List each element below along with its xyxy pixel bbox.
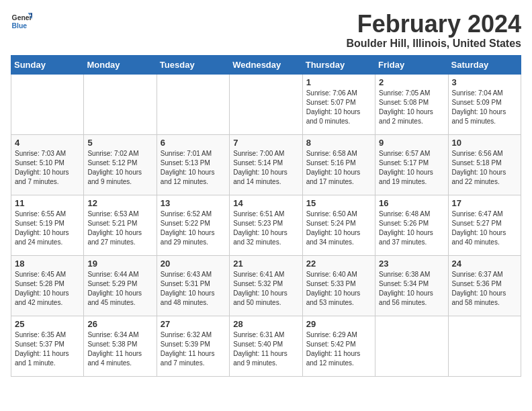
logo: General Blue [11, 11, 32, 32]
calendar-cell: 27Sunrise: 6:32 AM Sunset: 5:39 PM Dayli… [157, 316, 229, 376]
calendar-cell: 25Sunrise: 6:35 AM Sunset: 5:37 PM Dayli… [11, 316, 84, 376]
page-header: General Blue February 2024 Boulder Hill,… [11, 11, 521, 50]
day-info: Sunrise: 6:58 AM Sunset: 5:16 PM Dayligh… [306, 149, 371, 187]
col-wednesday: Wednesday [230, 55, 302, 74]
calendar-cell [448, 316, 521, 376]
calendar-cell [157, 74, 229, 134]
day-number: 1 [306, 77, 371, 87]
day-info: Sunrise: 6:53 AM Sunset: 5:21 PM Dayligh… [87, 210, 152, 247]
day-info: Sunrise: 6:34 AM Sunset: 5:38 PM Dayligh… [87, 330, 152, 368]
calendar-subtitle: Boulder Hill, Illinois, United States [347, 38, 521, 50]
calendar-week-5: 25Sunrise: 6:35 AM Sunset: 5:37 PM Dayli… [11, 316, 521, 376]
col-monday: Monday [84, 55, 157, 74]
day-info: Sunrise: 6:32 AM Sunset: 5:39 PM Dayligh… [161, 330, 226, 368]
calendar-cell: 15Sunrise: 6:50 AM Sunset: 5:24 PM Dayli… [302, 195, 375, 255]
svg-text:General: General [12, 14, 32, 21]
day-number: 3 [452, 77, 517, 87]
day-info: Sunrise: 6:47 AM Sunset: 5:27 PM Dayligh… [452, 210, 517, 247]
calendar-cell: 22Sunrise: 6:40 AM Sunset: 5:33 PM Dayli… [302, 255, 375, 316]
col-sunday: Sunday [11, 55, 84, 74]
day-number: 9 [379, 138, 444, 148]
day-info: Sunrise: 7:01 AM Sunset: 5:13 PM Dayligh… [161, 149, 226, 187]
day-info: Sunrise: 7:03 AM Sunset: 5:10 PM Dayligh… [15, 149, 80, 187]
calendar-week-4: 18Sunrise: 6:45 AM Sunset: 5:28 PM Dayli… [11, 255, 521, 316]
calendar-cell: 26Sunrise: 6:34 AM Sunset: 5:38 PM Dayli… [84, 316, 157, 376]
calendar-cell: 14Sunrise: 6:51 AM Sunset: 5:23 PM Dayli… [230, 195, 302, 255]
day-number: 15 [306, 198, 371, 208]
day-number: 17 [452, 198, 517, 208]
calendar-cell: 4Sunrise: 7:03 AM Sunset: 5:10 PM Daylig… [11, 134, 84, 195]
day-info: Sunrise: 6:57 AM Sunset: 5:17 PM Dayligh… [379, 149, 444, 187]
svg-text:Blue: Blue [12, 22, 28, 30]
calendar-cell: 12Sunrise: 6:53 AM Sunset: 5:21 PM Dayli… [84, 195, 157, 255]
day-number: 24 [452, 259, 517, 269]
day-info: Sunrise: 7:06 AM Sunset: 5:07 PM Dayligh… [306, 89, 371, 126]
calendar-cell [230, 74, 302, 134]
title-area: February 2024 Boulder Hill, Illinois, Un… [347, 11, 521, 50]
calendar-cell: 28Sunrise: 6:31 AM Sunset: 5:40 PM Dayli… [230, 316, 302, 376]
logo-icon: General Blue [11, 11, 32, 32]
day-number: 16 [379, 198, 444, 208]
day-number: 21 [233, 259, 298, 269]
day-number: 20 [161, 259, 226, 269]
calendar-cell: 3Sunrise: 7:04 AM Sunset: 5:09 PM Daylig… [448, 74, 521, 134]
day-info: Sunrise: 6:38 AM Sunset: 5:34 PM Dayligh… [379, 270, 444, 308]
calendar-cell [84, 74, 157, 134]
day-number: 19 [87, 259, 152, 269]
calendar-cell: 18Sunrise: 6:45 AM Sunset: 5:28 PM Dayli… [11, 255, 84, 316]
day-info: Sunrise: 6:35 AM Sunset: 5:37 PM Dayligh… [15, 330, 80, 368]
day-info: Sunrise: 6:52 AM Sunset: 5:22 PM Dayligh… [161, 210, 226, 247]
day-info: Sunrise: 7:00 AM Sunset: 5:14 PM Dayligh… [233, 149, 298, 187]
calendar-cell: 17Sunrise: 6:47 AM Sunset: 5:27 PM Dayli… [448, 195, 521, 255]
day-number: 11 [15, 198, 80, 208]
calendar-cell: 8Sunrise: 6:58 AM Sunset: 5:16 PM Daylig… [302, 134, 375, 195]
day-number: 14 [233, 198, 298, 208]
calendar-cell: 19Sunrise: 6:44 AM Sunset: 5:29 PM Dayli… [84, 255, 157, 316]
calendar-cell: 1Sunrise: 7:06 AM Sunset: 5:07 PM Daylig… [302, 74, 375, 134]
calendar-cell: 20Sunrise: 6:43 AM Sunset: 5:31 PM Dayli… [157, 255, 229, 316]
calendar-cell: 5Sunrise: 7:02 AM Sunset: 5:12 PM Daylig… [84, 134, 157, 195]
day-info: Sunrise: 7:05 AM Sunset: 5:08 PM Dayligh… [379, 89, 444, 126]
day-info: Sunrise: 6:29 AM Sunset: 5:42 PM Dayligh… [306, 330, 371, 368]
day-number: 7 [233, 138, 298, 148]
calendar-cell: 2Sunrise: 7:05 AM Sunset: 5:08 PM Daylig… [375, 74, 448, 134]
day-number: 22 [306, 259, 371, 269]
col-friday: Friday [375, 55, 448, 74]
calendar-cell: 24Sunrise: 6:37 AM Sunset: 5:36 PM Dayli… [448, 255, 521, 316]
day-info: Sunrise: 6:51 AM Sunset: 5:23 PM Dayligh… [233, 210, 298, 247]
day-info: Sunrise: 6:45 AM Sunset: 5:28 PM Dayligh… [15, 270, 80, 308]
day-number: 2 [379, 77, 444, 87]
calendar-cell: 10Sunrise: 6:56 AM Sunset: 5:18 PM Dayli… [448, 134, 521, 195]
calendar-cell: 21Sunrise: 6:41 AM Sunset: 5:32 PM Dayli… [230, 255, 302, 316]
calendar-week-3: 11Sunrise: 6:55 AM Sunset: 5:19 PM Dayli… [11, 195, 521, 255]
day-info: Sunrise: 6:50 AM Sunset: 5:24 PM Dayligh… [306, 210, 371, 247]
day-number: 4 [15, 138, 80, 148]
day-number: 23 [379, 259, 444, 269]
calendar-table: Sunday Monday Tuesday Wednesday Thursday… [11, 55, 521, 377]
day-info: Sunrise: 6:41 AM Sunset: 5:32 PM Dayligh… [233, 270, 298, 308]
calendar-week-1: 1Sunrise: 7:06 AM Sunset: 5:07 PM Daylig… [11, 74, 521, 134]
calendar-cell: 11Sunrise: 6:55 AM Sunset: 5:19 PM Dayli… [11, 195, 84, 255]
day-number: 25 [15, 319, 80, 329]
calendar-week-2: 4Sunrise: 7:03 AM Sunset: 5:10 PM Daylig… [11, 134, 521, 195]
calendar-cell: 6Sunrise: 7:01 AM Sunset: 5:13 PM Daylig… [157, 134, 229, 195]
day-number: 8 [306, 138, 371, 148]
day-number: 10 [452, 138, 517, 148]
header-row: Sunday Monday Tuesday Wednesday Thursday… [11, 55, 521, 74]
calendar-cell: 9Sunrise: 6:57 AM Sunset: 5:17 PM Daylig… [375, 134, 448, 195]
day-number: 27 [161, 319, 226, 329]
day-info: Sunrise: 7:02 AM Sunset: 5:12 PM Dayligh… [87, 149, 152, 187]
day-info: Sunrise: 6:48 AM Sunset: 5:26 PM Dayligh… [379, 210, 444, 247]
col-saturday: Saturday [448, 55, 521, 74]
calendar-body: 1Sunrise: 7:06 AM Sunset: 5:07 PM Daylig… [11, 74, 521, 376]
day-info: Sunrise: 6:37 AM Sunset: 5:36 PM Dayligh… [452, 270, 517, 308]
calendar-cell: 16Sunrise: 6:48 AM Sunset: 5:26 PM Dayli… [375, 195, 448, 255]
calendar-cell: 23Sunrise: 6:38 AM Sunset: 5:34 PM Dayli… [375, 255, 448, 316]
calendar-cell: 7Sunrise: 7:00 AM Sunset: 5:14 PM Daylig… [230, 134, 302, 195]
calendar-cell: 13Sunrise: 6:52 AM Sunset: 5:22 PM Dayli… [157, 195, 229, 255]
day-number: 12 [87, 198, 152, 208]
day-number: 26 [87, 319, 152, 329]
calendar-cell [11, 74, 84, 134]
day-info: Sunrise: 7:04 AM Sunset: 5:09 PM Dayligh… [452, 89, 517, 126]
calendar-cell: 29Sunrise: 6:29 AM Sunset: 5:42 PM Dayli… [302, 316, 375, 376]
